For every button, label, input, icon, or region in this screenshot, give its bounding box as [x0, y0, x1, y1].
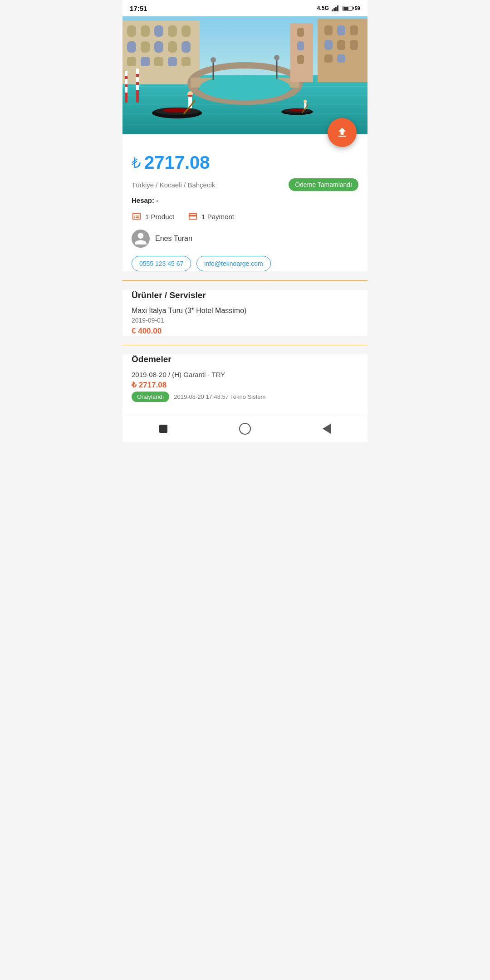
- svg-rect-2: [335, 7, 337, 11]
- product-name: Maxi İtalya Turu (3* Hotel Massimo): [132, 307, 358, 315]
- svg-rect-13: [141, 25, 150, 37]
- svg-rect-44: [337, 25, 345, 35]
- svg-rect-46: [324, 40, 333, 50]
- svg-rect-40: [297, 28, 304, 37]
- payments-section: Ödemeler 2019-08-20 / (H) Garanti - TRY …: [122, 354, 368, 415]
- upload-fab-button[interactable]: [328, 118, 357, 147]
- svg-rect-18: [141, 41, 150, 53]
- user-avatar: [132, 230, 150, 248]
- nav-stop-button[interactable]: [156, 421, 171, 436]
- product-currency: €: [132, 327, 136, 335]
- hero-image: [122, 16, 368, 134]
- svg-point-52: [211, 57, 216, 63]
- svg-rect-17: [127, 41, 136, 53]
- section-divider-1: [122, 280, 368, 281]
- product-icon: [132, 211, 142, 221]
- svg-rect-26: [181, 57, 191, 66]
- hero-scene-svg: [122, 16, 368, 134]
- product-date: 2019-09-01: [132, 317, 358, 324]
- account-label: Hesap: -: [132, 196, 158, 204]
- svg-rect-0: [332, 10, 333, 11]
- battery-indicator: 59: [343, 5, 360, 11]
- svg-rect-24: [154, 57, 163, 66]
- network-indicator: 4.5G: [317, 5, 329, 11]
- price-amount: 2717.08: [144, 152, 210, 173]
- payments-section-title: Ödemeler: [132, 354, 358, 364]
- phone-button[interactable]: 0555 123 45 67: [132, 256, 191, 271]
- payment-count-label: 1 Payment: [201, 213, 234, 220]
- product-price-amount: 400.00: [138, 327, 162, 335]
- account-row: Hesap: -: [132, 196, 358, 204]
- svg-point-66: [304, 100, 307, 103]
- nav-home-button[interactable]: [238, 421, 252, 436]
- nav-back-button[interactable]: [319, 421, 334, 436]
- svg-rect-16: [181, 25, 191, 37]
- currency-symbol: ₺: [132, 154, 141, 172]
- back-icon: [323, 424, 331, 434]
- svg-rect-23: [141, 57, 150, 66]
- section-divider-2: [122, 345, 368, 346]
- payment-info: 2019-08-20 17:48:57 Tekno Sistem: [174, 393, 265, 400]
- svg-point-64: [289, 109, 305, 112]
- svg-rect-32: [136, 69, 139, 74]
- payment-amount: ₺ 2717.08: [132, 380, 358, 390]
- svg-rect-29: [125, 79, 127, 84]
- payment-status-badge: Ödeme Tamamlandı: [289, 178, 358, 191]
- location-text: Türkiye / Kocaeli / Bahçecik: [132, 181, 215, 189]
- stop-icon: [159, 425, 167, 433]
- svg-point-54: [274, 55, 279, 60]
- svg-rect-1: [333, 8, 335, 11]
- status-bar: 17:51 4.5G 59: [122, 0, 368, 16]
- status-right: 4.5G 59: [317, 5, 360, 11]
- home-icon: [239, 423, 251, 435]
- svg-rect-22: [127, 57, 136, 66]
- signal-icon: [332, 5, 340, 11]
- svg-rect-30: [125, 87, 127, 93]
- svg-rect-15: [168, 25, 177, 37]
- product-count-label: 1 Product: [145, 213, 174, 220]
- contact-row: 0555 123 45 67 info@teknoarge.com: [132, 256, 358, 271]
- price-row: ₺ 2717.08: [132, 143, 358, 173]
- hero-image-container: [122, 16, 368, 134]
- product-count-item: 1 Product: [132, 211, 174, 221]
- email-button[interactable]: info@teknoarge.com: [196, 256, 270, 271]
- svg-rect-49: [324, 54, 333, 63]
- location-status-row: Türkiye / Kocaeli / Bahçecik Ödeme Tamam…: [132, 178, 358, 191]
- battery-level: 59: [355, 5, 360, 11]
- payment-count-item: 1 Payment: [188, 211, 234, 221]
- payment-currency: ₺: [132, 381, 137, 389]
- upload-icon: [336, 126, 348, 139]
- svg-rect-42: [297, 55, 304, 64]
- svg-rect-14: [154, 25, 163, 37]
- user-name: Enes Turan: [155, 235, 192, 243]
- svg-rect-50: [337, 54, 345, 63]
- svg-rect-33: [136, 77, 139, 82]
- svg-rect-28: [125, 71, 127, 76]
- svg-rect-47: [337, 40, 345, 50]
- user-row: Enes Turan: [132, 230, 358, 248]
- svg-rect-41: [297, 41, 304, 50]
- bottom-navigation: [122, 415, 368, 442]
- payment-status-row: Onaylandı 2019-08-20 17:48:57 Tekno Sist…: [132, 392, 358, 402]
- svg-rect-12: [127, 25, 136, 37]
- product-price: € 400.00: [132, 327, 358, 336]
- products-section-title: Ürünler / Servisler: [132, 290, 358, 300]
- svg-rect-43: [324, 25, 333, 35]
- main-content: ₺ 2717.08 Türkiye / Kocaeli / Bahçecik Ö…: [122, 134, 368, 271]
- svg-rect-19: [154, 41, 163, 53]
- status-time: 17:51: [130, 5, 147, 12]
- svg-rect-21: [181, 41, 191, 53]
- payment-amount-value: 2717.08: [139, 381, 167, 389]
- info-icons-row: 1 Product 1 Payment: [132, 211, 358, 221]
- payment-icon: [188, 211, 198, 221]
- svg-rect-34: [136, 85, 139, 90]
- svg-rect-45: [350, 25, 358, 35]
- svg-rect-3: [337, 5, 338, 11]
- payment-approved-badge: Onaylandı: [132, 392, 169, 402]
- svg-rect-25: [168, 57, 177, 66]
- svg-rect-48: [350, 40, 358, 50]
- avatar-icon: [133, 231, 148, 246]
- payment-item: 2019-08-20 / (H) Garanti - TRY ₺ 2717.08…: [132, 371, 358, 402]
- svg-rect-60: [188, 95, 192, 97]
- svg-rect-20: [168, 41, 177, 53]
